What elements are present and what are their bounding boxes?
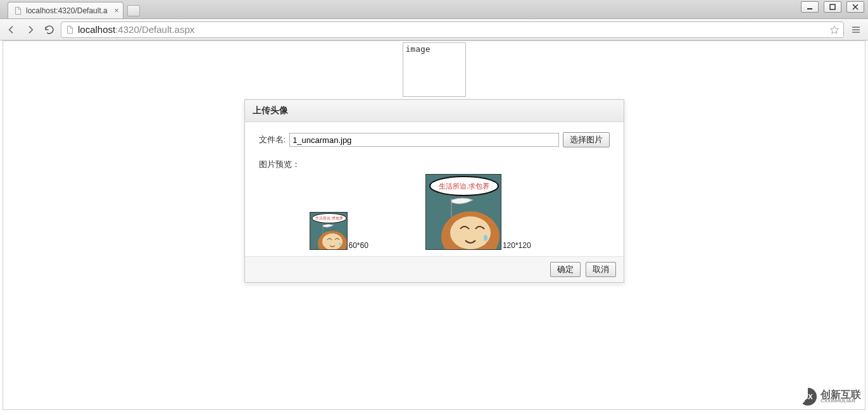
url-text: localhost:4320/Default.aspx [78, 24, 194, 35]
svg-rect-4 [807, 8, 812, 9]
browser-tab-strip: localhost:4320/Default.a × [0, 0, 868, 19]
page-icon [65, 25, 74, 34]
browser-toolbar: localhost:4320/Default.aspx [0, 19, 868, 40]
minimize-button[interactable] [801, 1, 819, 13]
page-icon [13, 6, 22, 15]
reload-button[interactable] [42, 22, 57, 37]
tab-close-icon[interactable]: × [114, 6, 119, 15]
browser-tab[interactable]: localhost:4320/Default.a × [8, 2, 123, 18]
maximize-button[interactable] [824, 1, 841, 13]
browser-menu-button[interactable] [848, 22, 864, 38]
url-host: localhost [78, 24, 115, 35]
forward-button[interactable] [23, 22, 38, 37]
tab-title: localhost:4320/Default.a [26, 6, 108, 15]
new-tab-button[interactable] [127, 5, 140, 16]
bookmark-star-icon[interactable] [829, 25, 840, 35]
back-button[interactable] [4, 22, 19, 37]
svg-rect-5 [830, 4, 835, 9]
address-bar[interactable]: localhost:4320/Default.aspx [61, 22, 844, 38]
window-controls [801, 0, 868, 14]
url-path: :4320/Default.aspx [115, 24, 194, 35]
window-close-button[interactable] [846, 1, 864, 13]
